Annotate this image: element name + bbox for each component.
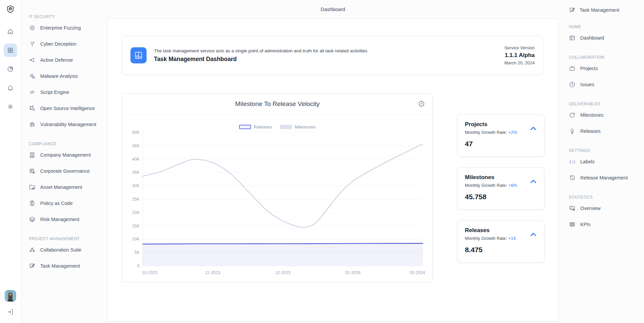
shield-check-icon[interactable] [6,5,15,15]
legend-item-releases[interactable]: Releases [239,124,272,129]
network-search-icon [29,105,36,112]
folder-icon [29,184,36,191]
content-row: Milestone To Release Velocity ? Releases… [122,93,558,282]
rightbar-sections: HOMEDashboardCOLLABORATIONProjects?Issue… [569,24,642,232]
help-circle-icon[interactable]: ? [418,100,425,109]
stat-card-subtitle: Monthly Growth Rate: +2% [465,130,537,135]
svg-text:12-2023: 12-2023 [275,270,290,275]
rightbar-item-labels[interactable]: {;}Labels [569,154,642,170]
rightbar-item-projects[interactable]: Projects [569,60,642,76]
rightbar-item-label: Release Management [580,175,628,180]
sidebar-item-label: Policy as Code [40,201,73,206]
sidebar-item-malware-analysis[interactable]: Malware Analysis [29,68,105,84]
chart-board-icon [569,205,576,212]
main-panel: The task management service acts as a si… [107,18,558,322]
rightbar-item-label: KPIs [580,222,591,227]
stat-card-growth: +6% [508,183,517,188]
rightbar-item-overview[interactable]: Overview [569,200,642,216]
sidebar-item-active-defense[interactable]: Active Defense [29,52,105,68]
rightbar-item-label: Labels [580,159,595,164]
help-circle-icon: ? [569,81,576,88]
sidebar-item-cyber-deception[interactable]: Cyber Deception [29,36,105,52]
svg-text:10K: 10K [132,237,140,241]
sidebar-item-label: Enterprise Fuzzing [40,25,81,31]
code-icon [29,89,36,96]
dashboard-layout-icon [130,47,147,63]
sidebar-item-company-management[interactable]: Company Management [29,147,105,163]
service-version-value: 1.1.1 Alpha [504,51,535,60]
stat-card-growth: +14 [508,236,516,241]
rightbar-item-label: Overview [580,206,600,211]
sidebar-item-asset-management[interactable]: Asset Management [29,179,105,195]
svg-text:?: ? [571,83,573,86]
right-sidebar: Task Management HOMEDashboardCOLLABORATI… [563,0,644,323]
sidebar-item-label: Company Management [40,152,91,158]
sidebar-item-policy-as-code[interactable]: Policy as Code [29,195,105,211]
rail-items [4,25,17,119]
rightbar-title-label: Task Management [580,7,619,13]
chart-legend: ReleasesMilestones [122,124,432,129]
main-column: Dashboard The task management service ac… [107,0,563,323]
rightbar-item-releases[interactable]: Releases [569,123,642,139]
rail-item-home[interactable] [4,25,17,38]
velocity-line-chart: 05K10K15K20K25K30K35K40K45K50K10-202311-… [129,130,426,277]
stat-card-subtitle: Monthly Growth Rate: +6% [465,183,537,188]
sidebar-item-label: Task Management [40,263,80,269]
rightbar-title[interactable]: Task Management [569,5,642,15]
sidebar-item-open-source-intelligence[interactable]: Open Source Intelligence [29,100,105,116]
legend-item-milestones[interactable]: Milestones [280,124,316,129]
sidebar-item-enterprise-fuzzing[interactable]: Enterprise Fuzzing [29,20,105,36]
svg-text:?: ? [421,102,423,106]
sidebar-item-script-engine[interactable]: Script Engine [29,84,105,100]
rightbar-item-milestones[interactable]: Milestones [569,107,642,123]
sidebar-item-corporate-governance[interactable]: Corporate Governance [29,163,105,179]
sidebar-item-task-management[interactable]: Task Management [29,258,105,274]
gear-icon [7,103,14,110]
svg-text:{;}: {;} [569,160,576,164]
chevron-up-icon[interactable] [529,178,537,187]
svg-text:01-2024: 01-2024 [345,270,361,275]
chart-card: Milestone To Release Velocity ? Releases… [122,93,433,282]
bell-icon [7,85,14,91]
sidebar-item-label: Asset Management [40,184,82,190]
rail-item-bell[interactable] [4,81,17,95]
chevron-up-icon[interactable] [529,125,537,134]
rightbar-section-home: HOME [569,24,642,29]
svg-text:10-2023: 10-2023 [142,270,157,275]
flow-arrows-icon [29,57,36,63]
app-root: IT SECURITYEnterprise FuzzingCyber Decep… [0,0,644,323]
rail-item-grid[interactable] [4,44,17,57]
page-title: Dashboard [321,6,345,12]
stat-card-releases: ReleasesMonthly Growth Rate: +148.475 [457,220,544,263]
svg-text:25K: 25K [132,197,140,202]
bug-search-icon [29,73,36,79]
svg-text:50K: 50K [132,130,140,135]
rail-item-gear[interactable] [4,100,17,113]
building-icon [29,152,36,158]
fingerprint-icon [29,121,36,128]
sidebar-item-collaboration-suite[interactable]: Collaboration Suite [29,242,105,258]
rightbar-item-label: Dashboard [580,35,604,41]
rightbar-item-dashboard[interactable]: Dashboard [569,30,642,46]
rightbar-item-kpis[interactable]: KPIs [569,216,642,232]
chart-title: Milestone To Release Velocity [235,100,320,108]
home-icon [7,28,14,35]
svg-text:0: 0 [137,264,140,268]
svg-text:11-2023: 11-2023 [205,270,220,275]
rail-item-pie-chart[interactable] [4,62,17,76]
edit-message-icon [569,7,576,13]
service-version-label: Service Version [504,45,535,51]
user-avatar[interactable] [5,290,16,302]
sidebar-section-it-security: IT SECURITY [29,14,105,19]
stat-card-milestones: MilestonesMonthly Growth Rate: +6%45.758 [457,167,544,210]
sidebar-item-vulnerability-management[interactable]: Vulnerability Management [29,116,105,132]
sidebar-item-label: Active Defense [40,57,73,63]
rightbar-item-release-management[interactable]: Release Management [569,170,642,186]
rightbar-item-issues[interactable]: ?Issues [569,76,642,93]
header-card-text: The task management service acts as a si… [154,48,497,63]
svg-text:30K: 30K [132,183,140,188]
logout-icon[interactable] [7,308,14,317]
sidebar-item-risk-management[interactable]: Risk Management [29,211,105,227]
chevron-up-icon[interactable] [529,231,537,240]
svg-text:35K: 35K [132,170,140,175]
